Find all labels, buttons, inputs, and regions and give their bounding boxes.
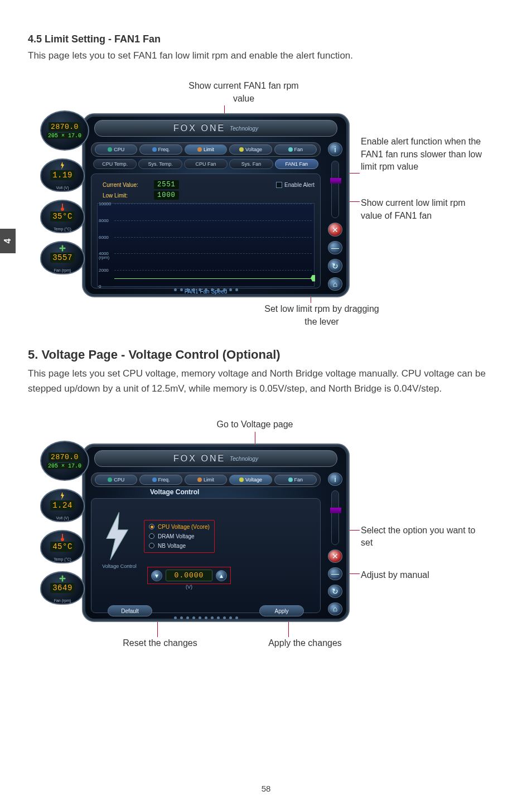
panel-title: Voltage Control: [150, 488, 199, 496]
pager-dots: [91, 288, 321, 294]
right-rail: i ✕ — ↻ ⌂: [325, 472, 345, 615]
caption-reset: Reset the changes: [104, 637, 216, 649]
default-button[interactable]: Default: [108, 605, 152, 616]
fan-icon: [288, 478, 293, 482]
minimize-button[interactable]: —: [328, 567, 342, 580]
cpu-icon: [108, 478, 112, 482]
tab-voltage[interactable]: Voltage: [229, 144, 272, 155]
voltage-control-icon: Voltage Control: [97, 511, 136, 561]
caption-enable-alert: Enable alert function when the FAN1 fan …: [361, 136, 489, 173]
gauge-column: 2870.0 205 × 17.0 1.24 Volt (V) 45°C Tem…: [40, 441, 90, 625]
subtab-systemp[interactable]: Sys. Temp.: [138, 159, 182, 169]
foxone-console: FOX ONE Technology CPU Freq. Limit Volta…: [82, 443, 350, 622]
radio-dram-voltage[interactable]: DRAM Voltage: [149, 533, 210, 539]
decrease-button[interactable]: ▾: [151, 570, 162, 581]
enable-alert-checkbox[interactable]: Enable Alert: [276, 182, 315, 188]
close-button[interactable]: ✕: [328, 223, 342, 237]
heading-5: 5. Voltage Page - Voltage Control (Optio…: [28, 348, 504, 362]
svg-point-4: [61, 538, 64, 541]
caption-goto-voltage: Go to Voltage page: [194, 418, 316, 431]
subtabs: CPU Temp. Sys. Temp. CPU Fan Sys. Fan FA…: [91, 159, 321, 171]
freq-icon: [152, 147, 157, 152]
svg-point-1: [61, 208, 64, 211]
subtab-sysfan[interactable]: Sys. Fan: [229, 159, 273, 169]
body-4.5: This page lets you to set FAN1 fan low l…: [28, 49, 504, 63]
body-5: This page lets you set CPU voltage, memo…: [28, 367, 504, 396]
tab-fan[interactable]: Fan: [274, 475, 317, 485]
minimize-button[interactable]: —: [328, 241, 342, 255]
home-button[interactable]: ⌂: [328, 602, 342, 615]
figure-voltage: Go to Voltage page Select the option you…: [37, 418, 495, 647]
heading-4.5: 4.5 Limit Setting - FAN1 Fan: [28, 33, 504, 45]
caption-apply: Apply the changes: [249, 637, 361, 649]
voltage-adjust: ▾ 0.0000 ▴: [147, 567, 231, 584]
caption-adjust-manual: Adjust by manual: [361, 569, 478, 581]
refresh-button[interactable]: ↻: [328, 585, 342, 597]
tab-freq[interactable]: Freq.: [139, 475, 182, 485]
tab-freq[interactable]: Freq.: [139, 144, 182, 155]
fan-icon: [288, 147, 293, 152]
thermometer-icon: [59, 203, 66, 211]
subtab-cpufan[interactable]: CPU Fan: [184, 159, 228, 169]
chapter-tab: 4: [0, 229, 16, 253]
brand-tag: Technology: [230, 456, 258, 462]
tab-voltage[interactable]: Voltage: [229, 475, 272, 485]
low-limit-line: [114, 278, 312, 279]
close-button[interactable]: ✕: [328, 549, 342, 562]
gauge-voltage: 1.24 Volt (V): [40, 489, 85, 522]
skin-slider[interactable]: [331, 161, 339, 218]
right-rail: i ✕ — ↻ ⌂: [325, 142, 345, 291]
caption-low-limit: Show current low limit rpm value of FAN1…: [361, 197, 489, 222]
low-limit-row: Low Limit: 1000: [103, 191, 315, 200]
tab-cpu[interactable]: CPU: [95, 475, 137, 485]
voltage-options: CPU Voltage (Vcore) DRAM Voltage NB Volt…: [144, 520, 215, 553]
tab-limit[interactable]: Limit: [185, 475, 227, 485]
svg-rect-0: [62, 204, 63, 208]
brand-bar: FOX ONE Technology: [94, 120, 337, 137]
section-5: 5. Voltage Page - Voltage Control (Optio…: [28, 348, 504, 647]
info-button[interactable]: i: [328, 142, 342, 156]
brand-name: FOX ONE: [173, 123, 225, 133]
voltage-icon: [239, 147, 244, 152]
current-value-row: Current Value: 2551 Enable Alert: [103, 180, 315, 189]
subtab-cputemp[interactable]: CPU Temp.: [93, 159, 137, 169]
section-4.5: 4.5 Limit Setting - FAN1 Fan This page l…: [28, 33, 504, 325]
pager-dots: [91, 616, 321, 622]
bolt-icon: [59, 162, 66, 170]
low-limit-display: 1000: [154, 191, 179, 200]
current-value-display: 2551: [154, 180, 179, 189]
skin-slider[interactable]: [331, 490, 339, 546]
refresh-button[interactable]: ↻: [328, 259, 342, 273]
gauge-fan: 3557 Fan (rpm): [40, 241, 85, 274]
home-button[interactable]: ⌂: [328, 277, 342, 291]
info-button[interactable]: i: [328, 472, 342, 485]
apply-button[interactable]: Apply: [259, 605, 304, 616]
increase-button[interactable]: ▴: [216, 570, 227, 581]
tab-limit[interactable]: Limit: [185, 144, 227, 155]
svg-rect-3: [62, 534, 63, 538]
checkbox-icon: [276, 182, 282, 188]
bolt-icon: [59, 492, 66, 500]
brand-tag: Technology: [230, 126, 258, 132]
gauge-temp: 35°C Temp (°C): [40, 200, 85, 233]
limit-icon: [197, 147, 202, 152]
gauge-cpu-freq: 2870.0 205 × 17.0: [40, 441, 89, 481]
fan-icon: [59, 244, 66, 252]
tab-cpu[interactable]: CPU: [95, 144, 137, 155]
fan-chart: 10000 8000 6000 4000 (rpm) 2000 0: [97, 203, 315, 287]
tab-fan[interactable]: Fan: [274, 144, 317, 155]
voltage-icon: [239, 478, 244, 482]
subtab-fan1[interactable]: FAN1 Fan: [275, 159, 318, 169]
freq-icon: [152, 478, 157, 482]
gauge-cpu-freq: 2870.0 205 × 17.0: [40, 110, 89, 151]
nav-tabs: CPU Freq. Limit Voltage Fan: [91, 142, 321, 157]
caption-current-value: Show current FAN1 fan rpm value: [182, 80, 305, 105]
brand-name: FOX ONE: [173, 454, 225, 464]
foxone-console: FOX ONE Technology CPU Freq. Limit Volta…: [82, 113, 350, 297]
chart-grid: 10000 8000 6000 4000 (rpm) 2000 0: [98, 204, 314, 286]
radio-nb-voltage[interactable]: NB Voltage: [149, 543, 210, 549]
brand-bar: FOX ONE Technology: [94, 450, 337, 467]
page-number: 58: [0, 784, 532, 793]
content-area: Voltage Control CPU Voltage (Vcore) DRAM…: [91, 498, 321, 613]
radio-cpu-voltage[interactable]: CPU Voltage (Vcore): [149, 524, 210, 530]
